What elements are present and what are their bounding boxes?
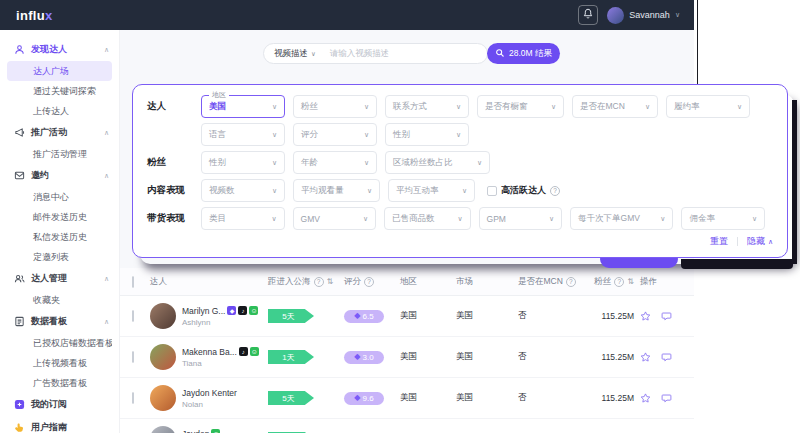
sidebar-group-outreach[interactable]: 邀约: [0, 164, 119, 187]
filter-select-followers[interactable]: 粉丝: [293, 95, 377, 118]
sidebar-group-user-guide[interactable]: 用户指南: [0, 416, 119, 433]
filter-select-category[interactable]: 类目: [201, 207, 285, 230]
sidebar-item-upload-creators[interactable]: 上传达人: [7, 101, 112, 121]
creator-cell[interactable]: Jaydon⊙ Lydia: [150, 426, 268, 433]
sort-icon[interactable]: ⇅: [327, 277, 334, 286]
filter-select-video-count[interactable]: 视频数: [201, 179, 285, 202]
sidebar-item-message-center[interactable]: 消息中心: [7, 187, 112, 207]
sidebar-group-creator-management[interactable]: 达人管理: [0, 267, 119, 290]
score-cell: ◆9.6: [344, 392, 400, 405]
filter-select-fan-gender[interactable]: 性别: [201, 151, 285, 174]
filter-select-avg-engagement[interactable]: 平均互动率: [388, 179, 475, 202]
chevron-down-icon: [456, 103, 461, 111]
chevron-up-icon: [104, 46, 109, 54]
select-all-checkbox[interactable]: [132, 276, 134, 288]
filter-select-in-mcn[interactable]: 是否在MCN: [572, 95, 658, 118]
filter-select-fan-region-ratio[interactable]: 区域粉丝数占比: [385, 151, 490, 174]
video-search-bar: 视频描述 请输入视频描述: [263, 43, 488, 64]
chevron-up-icon: [104, 129, 109, 137]
score-badge: ◆9.6: [344, 392, 384, 405]
contact-chat-icon[interactable]: [661, 352, 672, 363]
filter-select-region[interactable]: 地区 美国: [201, 95, 285, 118]
filter-select-language[interactable]: 语言: [201, 123, 285, 146]
help-icon[interactable]: [614, 277, 624, 287]
sidebar-group-campaigns[interactable]: 推广活动: [0, 121, 119, 144]
chevron-down-icon: [272, 131, 277, 139]
score-cell: ◆3.0: [344, 351, 400, 364]
filter-select-placeholder: 佣金率: [689, 213, 747, 225]
sidebar-item-campaign-management[interactable]: 推广活动管理: [7, 144, 112, 164]
high-activity-creator-checkbox[interactable]: 高活跃达人: [487, 184, 560, 197]
sidebar-item-authorized-shop-dashboard[interactable]: 已授权店铺数据看板: [7, 333, 112, 353]
sidebar-nav: 发现达人 达人广场通过关键词探索上传达人 推广活动 推广活动管理 邀约 消息中心…: [0, 30, 120, 433]
tiktok-badge-icon: ♪: [239, 347, 248, 356]
help-icon[interactable]: [364, 277, 374, 287]
days-to-public-badge: 5天: [268, 391, 314, 405]
notification-bell-button[interactable]: [578, 5, 598, 25]
filter-select-commission-rate[interactable]: 佣金率: [681, 207, 765, 230]
sort-icon[interactable]: ⇅: [627, 277, 634, 286]
filter-select-rating[interactable]: 评分: [293, 123, 377, 146]
column-header-days-to-public-pool[interactable]: 距进入公海 ⇅: [268, 276, 344, 288]
sidebar-group-label: 推广活动: [31, 126, 98, 139]
favorite-star-icon[interactable]: [640, 352, 651, 363]
filter-select-placeholder: 性别: [393, 129, 452, 141]
hide-panel-link[interactable]: 隐藏: [747, 235, 773, 248]
column-header-region: 地区: [400, 276, 456, 288]
favorite-star-icon[interactable]: [640, 311, 651, 322]
column-label: 是否在MCN: [518, 276, 563, 288]
filter-select-gender[interactable]: 性别: [385, 123, 469, 146]
row-checkbox[interactable]: [132, 351, 134, 363]
sidebar-item-keyword-explore[interactable]: 通过关键词探索: [7, 81, 112, 101]
sidebar-group-my-subscriptions[interactable]: 我的订阅: [0, 393, 119, 416]
chevron-down-icon: [272, 103, 277, 111]
creator-name: Jaydon: [182, 429, 209, 433]
sidebar-item-dm-history[interactable]: 私信发送历史: [7, 227, 112, 247]
column-header-followers[interactable]: 粉丝 ⇅: [588, 276, 640, 288]
creator-cell[interactable]: Marilyn G...◆♪⊙ Ashlynn: [150, 303, 268, 329]
filter-select-items-sold[interactable]: 已售商品数: [384, 207, 471, 230]
sidebar-item-favorites[interactable]: 收藏夹: [7, 290, 112, 310]
contact-chat-icon[interactable]: [661, 311, 672, 322]
filter-select-avg-views[interactable]: 平均观看量: [293, 179, 380, 202]
search-input[interactable]: 请输入视频描述: [330, 48, 390, 60]
filter-row-0: 达人 地区 美国 粉丝 联系方式 是否有橱窗 是否在: [147, 95, 773, 118]
creator-avatar: [150, 385, 176, 411]
help-icon[interactable]: [550, 186, 560, 196]
filter-select-gmv[interactable]: GMV: [293, 207, 377, 230]
help-icon[interactable]: [566, 277, 576, 287]
sidebar-group-dashboards[interactable]: 数据看板: [0, 310, 119, 333]
filter-select-has-showcase[interactable]: 是否有橱窗: [477, 95, 564, 118]
chevron-down-icon: [367, 187, 372, 195]
creator-cell[interactable]: Jaydon Kenter Nolan: [150, 385, 268, 411]
sidebar-item-creator-marketplace[interactable]: 达人广场: [7, 61, 112, 81]
search-results-button[interactable]: 28.0M 结果: [487, 43, 560, 64]
search-category-select[interactable]: 视频描述: [274, 48, 308, 60]
creator-cell[interactable]: Makenna Ba...♪⊙ Tiana: [150, 344, 268, 370]
sidebar-item-uploaded-video-dashboard[interactable]: 上传视频看板: [7, 353, 112, 373]
users-icon: [13, 273, 25, 285]
sidebar-item-scheduled-invite-list[interactable]: 定邀列表: [7, 247, 112, 267]
filter-select-gpm[interactable]: GPM: [479, 207, 563, 230]
sidebar-item-email-history[interactable]: 邮件发送历史: [7, 207, 112, 227]
chevron-down-icon: [457, 215, 462, 223]
filter-select-contact-method[interactable]: 联系方式: [385, 95, 469, 118]
creator-avatar: [150, 344, 176, 370]
filter-select-placeholder: 年龄: [301, 157, 360, 169]
sidebar-item-ad-data-dashboard[interactable]: 广告数据看板: [7, 373, 112, 393]
chevron-down-icon: [660, 215, 665, 223]
filter-select-gmv-per-1k-orders[interactable]: 每千次下单GMV: [570, 207, 673, 230]
filter-select-fan-age[interactable]: 年龄: [293, 151, 377, 174]
contact-chat-icon[interactable]: [661, 393, 672, 404]
filter-select-fulfillment-rate[interactable]: 履约率: [666, 95, 750, 118]
sidebar-group-discover-creators[interactable]: 发现达人: [0, 38, 119, 61]
row-checkbox[interactable]: [132, 392, 134, 404]
reset-filters-link[interactable]: 重置: [710, 235, 728, 248]
user-menu[interactable]: Savannah: [607, 7, 680, 24]
favorite-star-icon[interactable]: [640, 393, 651, 404]
filter-select-placeholder: 已售商品数: [392, 213, 453, 225]
gem-icon: ◆: [354, 353, 360, 361]
help-icon[interactable]: [314, 277, 324, 287]
column-label: 达人: [150, 276, 167, 288]
row-checkbox[interactable]: [132, 310, 134, 322]
